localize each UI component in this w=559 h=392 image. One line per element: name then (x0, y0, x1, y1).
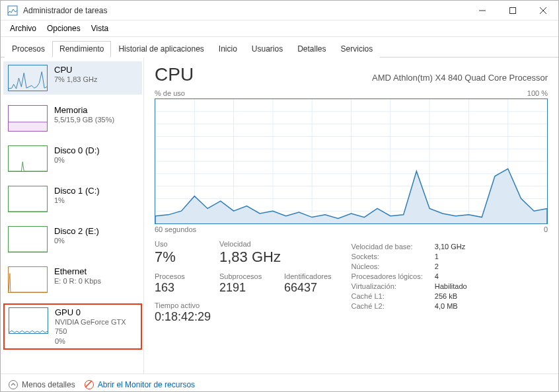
stats-row: Uso 7% Velocidad 1,83 GHz Procesos 163 S… (155, 240, 548, 324)
tab-services[interactable]: Servicios (334, 41, 381, 58)
stat-uso: Uso 7% (155, 240, 201, 266)
mini-graph-disk1 (8, 186, 48, 212)
graph-y-labels: % de uso 100 % (155, 89, 548, 97)
mini-graph-gpu0 (9, 307, 48, 334)
mini-graph-memory (8, 105, 48, 132)
prop-key: Virtualización: (352, 282, 423, 290)
menu-view[interactable]: Vista (86, 22, 114, 35)
prop-value: Habilitado (435, 282, 467, 290)
content-heading: CPU (155, 64, 194, 85)
prop-value: 4 (435, 272, 467, 280)
mini-graph-cpu (8, 65, 48, 91)
stop-icon (85, 380, 94, 389)
stats-left: Uso 7% Velocidad 1,83 GHz Procesos 163 S… (155, 240, 332, 324)
menu-options[interactable]: Opciones (42, 22, 86, 35)
prop-key: Velocidad de base: (352, 243, 423, 251)
prop-key: Caché L2: (352, 302, 423, 310)
stat-identificadores: Identificadores 66437 (284, 272, 332, 295)
tab-performance[interactable]: Rendimiento (52, 41, 111, 58)
window-title: Administrador de tareas (23, 6, 467, 15)
tab-app-history[interactable]: Historial de aplicaciones (111, 41, 211, 58)
sidebar-item-disk0[interactable]: Disco 0 (D:) 0% (3, 142, 142, 175)
svg-rect-2 (510, 7, 516, 13)
app-icon (7, 5, 18, 16)
x-right: 0 (544, 225, 548, 233)
maximize-button[interactable] (498, 1, 528, 20)
open-resource-monitor-link[interactable]: Abrir el Monitor de recursos (85, 380, 195, 389)
stats-right: Velocidad de base:3,10 GHzSockets:1Núcle… (352, 240, 467, 324)
close-button[interactable] (528, 1, 558, 20)
usage-max: 100 % (527, 89, 548, 97)
sidebar: CPU 7% 1,83 GHz Memoria 5,5/15,9 GB (35%… (1, 58, 144, 373)
sidebar-item-ethernet[interactable]: Ethernet E: 0 R: 0 Kbps (3, 263, 142, 296)
mini-graph-disk2 (8, 226, 48, 253)
stat-subprocesos: Subprocesos 2191 (219, 272, 266, 295)
tab-details[interactable]: Detalles (290, 41, 333, 58)
sidebar-item-gpu0[interactable]: GPU 0 NVIDIA GeForce GTX 750 0% (3, 303, 142, 350)
content: CPU AMD Athlon(tm) X4 840 Quad Core Proc… (144, 58, 558, 373)
minimize-button[interactable] (467, 1, 498, 20)
prop-key: Caché L1: (352, 292, 423, 300)
prop-value: 2 (435, 262, 467, 270)
svg-rect-5 (9, 122, 47, 131)
sidebar-item-label: GPU 0 NVIDIA GeForce GTX 750 0% (55, 307, 137, 346)
sidebar-item-label: Disco 1 (C:) 1% (54, 186, 100, 205)
sidebar-item-disk1[interactable]: Disco 1 (C:) 1% (3, 182, 142, 216)
stat-velocidad: Velocidad 1,83 GHz (219, 240, 281, 266)
tab-processes[interactable]: Procesos (5, 41, 52, 58)
sidebar-item-memory[interactable]: Memoria 5,5/15,9 GB (35%) (3, 102, 142, 135)
prop-value: 256 kB (435, 292, 467, 300)
content-header: CPU AMD Athlon(tm) X4 840 Quad Core Proc… (155, 64, 548, 85)
tab-users[interactable]: Usuarios (244, 41, 290, 58)
menu-file[interactable]: Archivo (5, 22, 42, 35)
sidebar-item-label: Memoria 5,5/15,9 GB (35%) (54, 105, 114, 124)
prop-key: Núcleos: (352, 262, 423, 270)
svg-line-25 (85, 381, 92, 387)
prop-value: 4,0 MB (435, 302, 467, 310)
mini-graph-disk0 (8, 145, 48, 172)
sidebar-item-cpu[interactable]: CPU 7% 1,83 GHz (3, 61, 142, 95)
stat-procesos: Procesos 163 (155, 272, 201, 295)
titlebar: Administrador de tareas (1, 1, 558, 20)
menubar: Archivo Opciones Vista (1, 20, 558, 37)
sidebar-item-label: Ethernet E: 0 R: 0 Kbps (54, 266, 101, 286)
tab-startup[interactable]: Inicio (211, 41, 244, 58)
mini-graph-ethernet (8, 266, 48, 293)
graph-x-labels: 60 segundos 0 (155, 225, 548, 233)
prop-key: Sockets: (352, 253, 423, 260)
sidebar-item-label: Disco 0 (D:) 0% (54, 145, 100, 165)
prop-value: 3,10 GHz (435, 243, 467, 251)
sidebar-item-disk2[interactable]: Disco 2 (E:) 0% (3, 223, 142, 256)
x-left: 60 segundos (155, 225, 196, 233)
prop-value: 1 (435, 253, 467, 260)
sidebar-item-label: CPU 7% 1,83 GHz (54, 65, 97, 84)
cpu-usage-graph[interactable] (155, 98, 548, 224)
chevron-up-icon (9, 380, 18, 389)
tabs: Procesos Rendimiento Historial de aplica… (1, 37, 558, 58)
main: CPU 7% 1,83 GHz Memoria 5,5/15,9 GB (35%… (1, 58, 558, 373)
prop-key: Procesadores lógicos: (352, 272, 423, 280)
fewer-details-button[interactable]: Menos detalles (9, 380, 75, 389)
footer: Menos detalles Abrir el Monitor de recur… (1, 373, 558, 392)
stat-uptime: Tiempo activo 0:18:42:29 (155, 301, 332, 324)
window-controls (467, 1, 558, 20)
usage-label: % de uso (155, 89, 185, 97)
sidebar-item-label: Disco 2 (E:) 0% (54, 226, 99, 245)
cpu-model: AMD Athlon(tm) X4 840 Quad Core Processo… (372, 73, 548, 83)
